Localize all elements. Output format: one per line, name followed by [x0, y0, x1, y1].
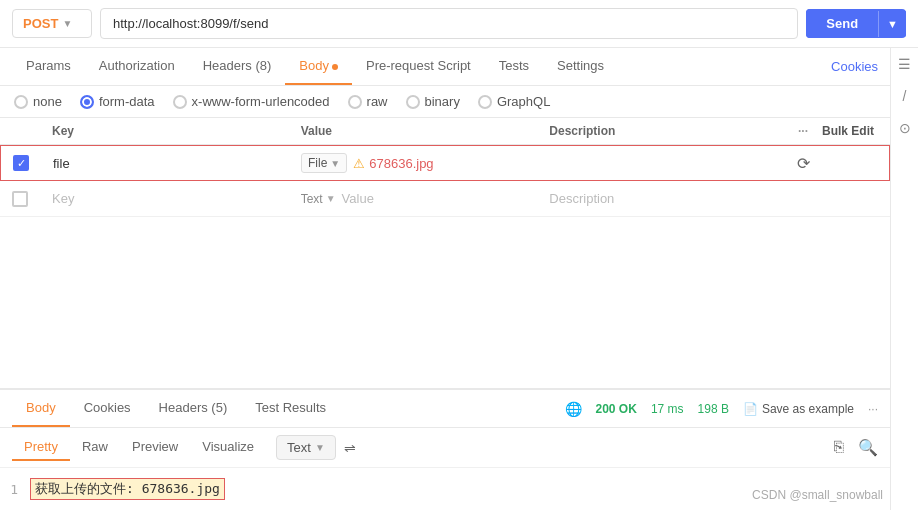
- radio-urlencoded[interactable]: x-www-form-urlencoded: [173, 94, 330, 109]
- text-type-chevron-icon: ▼: [326, 193, 336, 204]
- empty-value-cell: Text ▼ Value: [301, 191, 550, 206]
- method-select[interactable]: POST ▼: [12, 9, 92, 38]
- tab-settings[interactable]: Settings: [543, 48, 618, 85]
- send-dropdown-button[interactable]: ▼: [878, 11, 906, 37]
- wrap-icon[interactable]: ⇌: [344, 440, 356, 456]
- radio-graphql-circle: [478, 95, 492, 109]
- empty-checkbox[interactable]: [12, 191, 28, 207]
- three-dots-icon[interactable]: ···: [798, 124, 808, 138]
- save-example-button[interactable]: 📄 Save as example: [743, 402, 854, 416]
- radio-raw-circle: [348, 95, 362, 109]
- radio-form-data-circle: [80, 95, 94, 109]
- tab-body[interactable]: Body: [285, 48, 352, 85]
- radio-graphql[interactable]: GraphQL: [478, 94, 550, 109]
- search-icon[interactable]: 🔍: [858, 438, 878, 457]
- radio-none-label: none: [33, 94, 62, 109]
- radio-raw-label: raw: [367, 94, 388, 109]
- radio-urlencoded-label: x-www-form-urlencoded: [192, 94, 330, 109]
- format-tab-raw[interactable]: Raw: [70, 434, 120, 461]
- row-key[interactable]: file: [53, 156, 301, 171]
- radio-graphql-label: GraphQL: [497, 94, 550, 109]
- file-value: ⚠ 678636.jpg: [353, 156, 433, 171]
- cookies-link[interactable]: Cookies: [831, 49, 878, 84]
- file-name: 678636.jpg: [369, 156, 433, 171]
- response-tab-cookies[interactable]: Cookies: [70, 390, 145, 427]
- copy-icon[interactable]: ⎘: [834, 438, 844, 457]
- radio-form-data-label: form-data: [99, 94, 155, 109]
- format-right-icons: ⎘ 🔍: [834, 438, 878, 457]
- col-bulk-edit-area: ··· Bulk Edit: [798, 124, 878, 138]
- format-row: Pretty Raw Preview Visualize Text ▼ ⇌ ⎘ …: [0, 428, 890, 468]
- send-btn-group: Send ▼: [806, 9, 906, 38]
- empty-checkbox-cell: [12, 191, 52, 207]
- response-more-icon[interactable]: ···: [868, 402, 878, 416]
- empty-key[interactable]: Key: [52, 191, 301, 206]
- url-input[interactable]: [100, 8, 798, 39]
- radio-form-data[interactable]: form-data: [80, 94, 155, 109]
- row-upload-icon-cell: ⟳: [797, 154, 877, 173]
- send-button[interactable]: Send: [806, 9, 878, 38]
- radio-binary-circle: [406, 95, 420, 109]
- method-label: POST: [23, 16, 58, 31]
- warning-icon: ⚠: [353, 156, 365, 171]
- right-sidebar: ☰ / ⊙: [890, 48, 918, 510]
- text-type-label: Text: [301, 192, 323, 206]
- tab-headers[interactable]: Headers (8): [189, 48, 286, 85]
- radio-urlencoded-circle: [173, 95, 187, 109]
- empty-space: [0, 217, 890, 388]
- tab-authorization[interactable]: Authorization: [85, 48, 189, 85]
- request-tabs-row: Params Authorization Headers (8) Body Pr…: [0, 48, 890, 86]
- format-type-chevron-icon: ▼: [315, 442, 325, 453]
- tab-tests[interactable]: Tests: [485, 48, 543, 85]
- content-area: Params Authorization Headers (8) Body Pr…: [0, 48, 918, 510]
- body-dot: [332, 64, 338, 70]
- upload-icon[interactable]: ⟳: [797, 155, 810, 172]
- radio-binary-label: binary: [425, 94, 460, 109]
- empty-description[interactable]: Description: [549, 191, 798, 206]
- response-time: 17 ms: [651, 402, 684, 416]
- url-bar: POST ▼ Send ▼: [0, 0, 918, 48]
- left-content: Params Authorization Headers (8) Body Pr…: [0, 48, 890, 510]
- radio-none-circle: [14, 95, 28, 109]
- table-header: Key Value Description ··· Bulk Edit: [0, 118, 890, 145]
- col-value: Value: [301, 124, 550, 138]
- file-type-chevron-icon: ▼: [330, 158, 340, 169]
- format-tab-preview[interactable]: Preview: [120, 434, 190, 461]
- radio-none[interactable]: none: [14, 94, 62, 109]
- tab-params[interactable]: Params: [12, 48, 85, 85]
- response-tabs-row: Body Cookies Headers (5) Test Results 🌐 …: [0, 390, 890, 428]
- watermark: CSDN @small_snowball: [752, 488, 883, 502]
- method-chevron-icon: ▼: [62, 18, 72, 29]
- response-status: 200 OK: [596, 402, 637, 416]
- body-options-row: none form-data x-www-form-urlencoded raw…: [0, 86, 890, 118]
- row-checkbox[interactable]: ✓: [13, 155, 29, 171]
- tab-pre-request[interactable]: Pre-request Script: [352, 48, 485, 85]
- empty-value[interactable]: Value: [342, 191, 374, 206]
- sidebar-icon-2[interactable]: /: [903, 88, 907, 104]
- format-type-select[interactable]: Text ▼: [276, 435, 336, 460]
- response-tab-headers[interactable]: Headers (5): [145, 390, 242, 427]
- save-icon: 📄: [743, 402, 758, 416]
- app-container: POST ▼ Send ▼ Params Authorization Heade…: [0, 0, 918, 510]
- radio-binary[interactable]: binary: [406, 94, 460, 109]
- sidebar-icon-1[interactable]: ☰: [898, 56, 911, 72]
- format-tab-pretty[interactable]: Pretty: [12, 434, 70, 461]
- response-tab-body[interactable]: Body: [12, 390, 70, 427]
- radio-raw[interactable]: raw: [348, 94, 388, 109]
- col-description: Description: [549, 124, 798, 138]
- text-type-select[interactable]: Text ▼: [301, 192, 336, 206]
- format-tab-visualize[interactable]: Visualize: [190, 434, 266, 461]
- bulk-edit-button[interactable]: Bulk Edit: [822, 124, 874, 138]
- globe-icon[interactable]: 🌐: [565, 401, 582, 417]
- sidebar-icon-3[interactable]: ⊙: [899, 120, 911, 136]
- row-value-cell: File ▼ ⚠ 678636.jpg: [301, 153, 549, 173]
- response-meta: 🌐 200 OK 17 ms 198 B 📄 Save as example ·…: [565, 401, 878, 417]
- response-size: 198 B: [698, 402, 729, 416]
- response-tab-test-results[interactable]: Test Results: [241, 390, 340, 427]
- row-checkbox-cell: ✓: [13, 155, 53, 171]
- file-type-select[interactable]: File ▼: [301, 153, 347, 173]
- file-type-label: File: [308, 156, 327, 170]
- response-content-1: 获取上传的文件: 678636.jpg: [30, 478, 225, 500]
- save-example-label: Save as example: [762, 402, 854, 416]
- col-checkbox: [12, 124, 52, 138]
